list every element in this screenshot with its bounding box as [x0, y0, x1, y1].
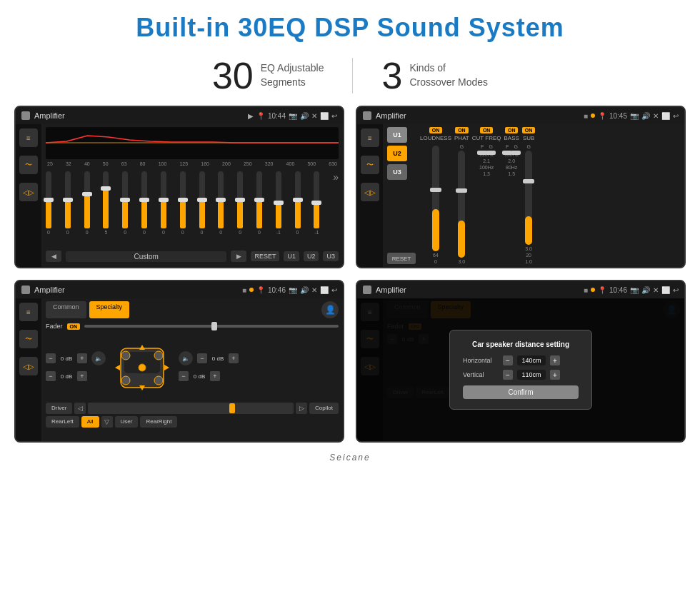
dot-4 [591, 288, 595, 292]
cutfreq-on[interactable]: ON [480, 127, 494, 133]
home-icon-4 [363, 286, 371, 294]
all-btn-3[interactable]: All [81, 416, 99, 428]
stat-eq-text: EQ AdjustableSegments [261, 61, 324, 89]
eq-slider-9: 0 [218, 171, 224, 235]
fader-on[interactable]: ON [67, 323, 81, 330]
speaker-icon-lt: 🔈 [91, 351, 106, 365]
crossover-presets: U1 U2 U3 RESET [387, 127, 416, 264]
specialty-main: Common Specialty 👤 Fader ON [41, 298, 343, 441]
plus-btn-lt[interactable]: + [77, 353, 87, 363]
horizontal-minus-btn[interactable]: − [503, 355, 513, 365]
car-diagram [110, 334, 174, 398]
u3-preset[interactable]: U3 [387, 164, 407, 180]
screen-crossover: Amplifier ■ 📍 10:45 📷 🔊 ✕ ⬜ ↩ ≡ 〜 ◁ [356, 106, 686, 268]
user-btn-3[interactable]: User [115, 416, 139, 428]
minus-btn-rt[interactable]: − [197, 353, 207, 363]
eq-area: 25 32 40 50 63 80 100 125 160 200 250 32… [41, 124, 343, 267]
stat-eq: 30 EQ AdjustableSegments [184, 57, 353, 94]
rearleft-btn-3[interactable]: RearLeft [46, 416, 79, 428]
phat-on[interactable]: ON [455, 127, 469, 133]
plus-btn-lb[interactable]: + [77, 371, 87, 381]
horizontal-plus-btn[interactable]: + [550, 355, 560, 365]
side-btn-2c[interactable]: ◁▷ [361, 183, 379, 201]
left-arrow-3[interactable]: ◁ [74, 403, 86, 414]
copilot-btn-3[interactable]: Copilot [309, 403, 339, 414]
side-btn-3c[interactable]: ◁▷ [19, 357, 38, 375]
vol-icon-3: 🔊 [300, 286, 309, 294]
eq-side-btn-1[interactable]: ≡ [19, 128, 38, 147]
bass-label: BASS [504, 135, 519, 141]
eq-next-btn[interactable]: ▶ [231, 251, 246, 262]
eq-slider-6: 0 [161, 171, 166, 235]
minus-btn-lt[interactable]: − [46, 353, 56, 363]
db-val-rb: 0 dB [191, 373, 208, 380]
confirm-button[interactable]: Confirm [463, 385, 579, 399]
tab-specialty-3[interactable]: Specialty [89, 301, 130, 318]
db-ctrl-left-bot: − 0 dB + [46, 371, 106, 381]
u1-btn-1[interactable]: U1 [284, 251, 299, 261]
loudness-on[interactable]: ON [429, 127, 443, 133]
down-arrow-3[interactable]: ▽ [101, 416, 113, 428]
plus-btn-rb[interactable]: + [210, 371, 220, 381]
eq-side-btn-2[interactable]: 〜 [19, 156, 38, 174]
loudness-slider[interactable] [432, 146, 439, 251]
brand-name: Seicane [329, 453, 370, 463]
crossover-area: U1 U2 U3 RESET ON LOUDNESS [383, 124, 684, 267]
horizontal-value: 140cm [517, 355, 546, 365]
u2-preset[interactable]: U2 [387, 146, 407, 161]
tab-common-3[interactable]: Common [46, 301, 86, 318]
vertical-minus-btn[interactable]: − [503, 370, 513, 380]
eq-slider-12: -1 [276, 171, 281, 235]
side-btn-3a[interactable]: ≡ [19, 303, 38, 321]
reset-btn-1[interactable]: RESET [251, 251, 279, 261]
plus-btn-rt[interactable]: + [229, 353, 239, 363]
eq-slider-5: 0 [141, 171, 147, 235]
minus-btn-lb[interactable]: − [46, 371, 56, 381]
svg-point-7 [154, 376, 163, 385]
dialog-horizontal-row: Horizontal − 140cm + [463, 355, 579, 365]
home-icon-3 [21, 286, 30, 294]
rearright-btn-3[interactable]: RearRight [140, 416, 177, 428]
eq-slider-3: 5 [103, 171, 109, 235]
time-2: 10:45 [609, 112, 627, 120]
right-arrow-3[interactable]: ▷ [296, 403, 307, 414]
fader-row: Fader ON [46, 323, 339, 330]
db-val-lb: 0 dB [58, 373, 75, 380]
bass-on[interactable]: ON [505, 127, 519, 133]
eq-side-btn-3[interactable]: ◁▷ [19, 183, 38, 201]
dialog-title: Car speaker distance setting [463, 340, 579, 348]
app-name-2: Amplifier [376, 111, 579, 120]
minus-btn-rb[interactable]: − [179, 371, 189, 381]
screen-eq: Amplifier ▶ 📍 10:44 📷 🔊 ✕ ⬜ ↩ ≡ 〜 [14, 106, 344, 268]
eq-slider-1: 0 [65, 171, 71, 235]
side-btn-2b[interactable]: 〜 [361, 156, 379, 174]
sub-slider[interactable] [525, 151, 532, 245]
u2-btn-1[interactable]: U2 [304, 251, 319, 261]
app-name-1: Amplifier [34, 111, 244, 120]
fader-slider[interactable] [84, 325, 339, 328]
status-icons-2: ■ 📍 10:45 📷 🔊 ✕ ⬜ ↩ [584, 112, 679, 120]
stat-crossover-number: 3 [381, 57, 402, 94]
side-btn-2a[interactable]: ≡ [361, 128, 379, 147]
eq-graph [46, 127, 339, 159]
close-icon-4: ✕ [653, 286, 659, 294]
vertical-plus-btn[interactable]: + [550, 370, 560, 380]
side-btn-3b[interactable]: 〜 [19, 330, 38, 348]
screenshots-grid: Amplifier ▶ 📍 10:44 📷 🔊 ✕ ⬜ ↩ ≡ 〜 [0, 106, 700, 450]
eq-slider-7: 0 [180, 171, 186, 235]
dialog-box: Car speaker distance setting Horizontal … [449, 330, 592, 410]
statusbar-1: Amplifier ▶ 📍 10:44 📷 🔊 ✕ ⬜ ↩ [16, 107, 343, 124]
u1-preset[interactable]: U1 [387, 127, 407, 143]
sub-on[interactable]: ON [522, 127, 536, 133]
phat-slider[interactable] [458, 151, 465, 258]
sub-col: ON SUB G 3.0 20 1.0 [522, 127, 536, 264]
horizontal-label: Horizontal [463, 357, 499, 364]
eq-prev-btn[interactable]: ◀ [46, 251, 61, 262]
u3-btn-1[interactable]: U3 [323, 251, 339, 261]
db-val-lt: 0 dB [58, 355, 75, 362]
eq-slider-13: 0 [295, 171, 301, 235]
reset-btn-2[interactable]: RESET [387, 253, 416, 264]
driver-btn-3[interactable]: Driver [46, 403, 72, 414]
page-container: Built-in 30EQ DSP Sound System 30 EQ Adj… [0, 0, 700, 464]
speaker-icon-rt: 🔈 [179, 351, 193, 365]
